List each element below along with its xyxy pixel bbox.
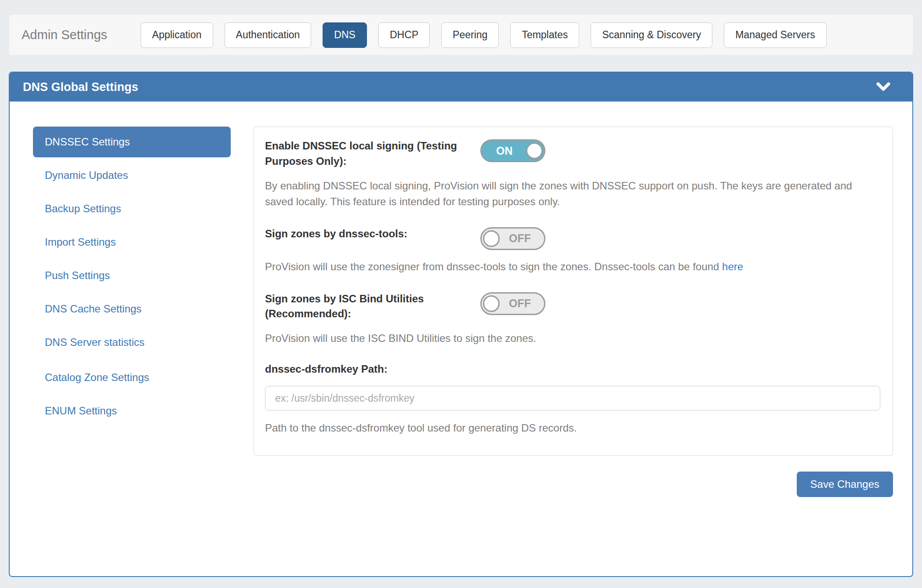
tab-application[interactable]: Application — [141, 22, 213, 48]
tab-dhcp[interactable]: DHCP — [378, 22, 430, 48]
isc-bind-row: Sign zones by ISC Bind Utilities (Recomm… — [265, 291, 882, 322]
page-title: Admin Settings — [22, 28, 107, 42]
panel-body: DNSSEC Settings Dynamic Updates Backup S… — [10, 102, 912, 497]
isc-bind-label: Sign zones by ISC Bind Utilities (Recomm… — [265, 291, 480, 322]
dnssec-settings-form: Enable DNSSEC local signing (Testing Pur… — [254, 127, 893, 456]
sidebar-item-backup-settings[interactable]: Backup Settings — [33, 193, 231, 224]
admin-tabs: Application Authentication DNS DHCP Peer… — [141, 22, 827, 48]
sidebar-item-enum-settings[interactable]: ENUM Settings — [33, 396, 231, 426]
local-signing-row: Enable DNSSEC local signing (Testing Pur… — [265, 138, 882, 169]
toggle-knob — [483, 230, 500, 247]
isc-bind-toggle[interactable]: OFF — [480, 292, 545, 315]
sidebar-item-dynamic-updates[interactable]: Dynamic Updates — [33, 160, 231, 191]
isc-bind-description: ProVision will use the ISC BIND Utilitie… — [265, 330, 863, 346]
dsfromkey-path-input[interactable] — [265, 386, 880, 410]
sidebar-item-catalog-zone-settings[interactable]: Catalog Zone Settings — [33, 362, 231, 393]
toggle-state-label: OFF — [509, 297, 531, 310]
tab-peering[interactable]: Peering — [441, 22, 499, 48]
admin-settings-bar: Admin Settings Application Authenticatio… — [9, 15, 913, 55]
dnssec-tools-description: ProVision will use the zonesigner from d… — [265, 259, 863, 275]
local-signing-toggle[interactable]: ON — [480, 139, 545, 162]
toggle-state-label: ON — [496, 145, 513, 157]
dsfromkey-path-label: dnssec-dsfromkey Path: — [265, 363, 882, 375]
sidebar-item-import-settings[interactable]: Import Settings — [33, 227, 231, 258]
dnssec-tools-toggle[interactable]: OFF — [480, 227, 545, 250]
tab-authentication[interactable]: Authentication — [225, 22, 312, 48]
save-row: Save Changes — [254, 472, 893, 497]
panel-header: DNS Global Settings — [10, 73, 912, 102]
dnssec-tools-description-text: ProVision will use the zonesigner from d… — [265, 261, 722, 272]
dnssec-tools-link[interactable]: here — [722, 261, 743, 272]
sidebar-item-push-settings[interactable]: Push Settings — [33, 260, 231, 291]
sidebar-item-dns-cache-settings[interactable]: DNS Cache Settings — [33, 294, 231, 324]
toggle-knob — [526, 142, 543, 159]
dns-global-settings-panel: DNS Global Settings DNSSEC Settings Dyna… — [9, 72, 913, 577]
local-signing-description: By enabling DNSSEC local signing, ProVis… — [265, 178, 863, 210]
save-changes-button[interactable]: Save Changes — [797, 472, 893, 497]
sidebar-item-dnssec-settings[interactable]: DNSSEC Settings — [33, 127, 231, 157]
dnssec-tools-label: Sign zones by dnssec-tools: — [265, 226, 480, 242]
toggle-state-label: OFF — [509, 232, 531, 245]
dsfromkey-path-helper: Path to the dnssec-dsfromkey tool used f… — [265, 422, 882, 434]
tab-scanning-discovery[interactable]: Scanning & Discovery — [591, 22, 712, 48]
tab-dns[interactable]: DNS — [323, 22, 367, 48]
dns-settings-sidebar: DNSSEC Settings Dynamic Updates Backup S… — [33, 127, 231, 497]
toggle-knob — [483, 295, 500, 312]
sidebar-item-dns-server-statistics[interactable]: DNS Server statistics — [33, 327, 231, 358]
tab-templates[interactable]: Templates — [510, 22, 579, 48]
dnssec-tools-row: Sign zones by dnssec-tools: OFF — [265, 226, 882, 250]
tab-managed-servers[interactable]: Managed Servers — [724, 22, 827, 48]
panel-title: DNS Global Settings — [23, 80, 138, 94]
dnssec-settings-content: Enable DNSSEC local signing (Testing Pur… — [254, 127, 901, 497]
chevron-down-icon[interactable] — [876, 82, 890, 92]
local-signing-label: Enable DNSSEC local signing (Testing Pur… — [265, 138, 480, 169]
